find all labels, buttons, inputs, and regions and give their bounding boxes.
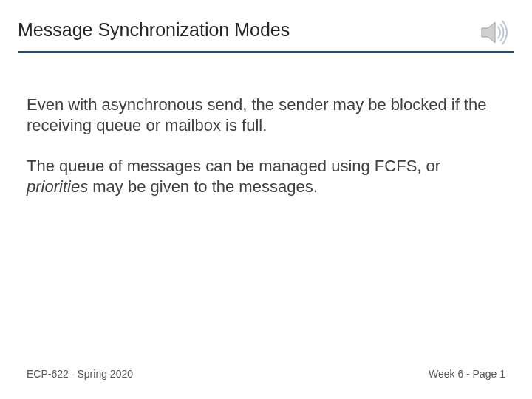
slide-footer: ECP-622– Spring 2020 Week 6 - Page 1 (27, 368, 505, 380)
slide-body: Even with asynchronous send, the sender … (27, 95, 505, 217)
footer-right: Week 6 - Page 1 (429, 368, 505, 380)
slide-header: Message Synchronization Modes (18, 19, 514, 53)
slide: Message Synchronization Modes Even with … (0, 0, 532, 399)
svg-marker-0 (482, 22, 495, 43)
paragraph-2-emphasis: priorities (27, 177, 88, 196)
paragraph-2: The queue of messages can be managed usi… (27, 156, 505, 197)
paragraph-2-part-a: The queue of messages can be managed usi… (27, 157, 440, 175)
paragraph-2-part-b: may be given to the messages. (88, 177, 318, 196)
audio-speaker-icon[interactable] (477, 16, 510, 49)
paragraph-1: Even with asynchronous send, the sender … (27, 95, 505, 135)
title-underline (18, 51, 514, 53)
footer-left: ECP-622– Spring 2020 (27, 368, 133, 380)
slide-title: Message Synchronization Modes (18, 19, 514, 41)
